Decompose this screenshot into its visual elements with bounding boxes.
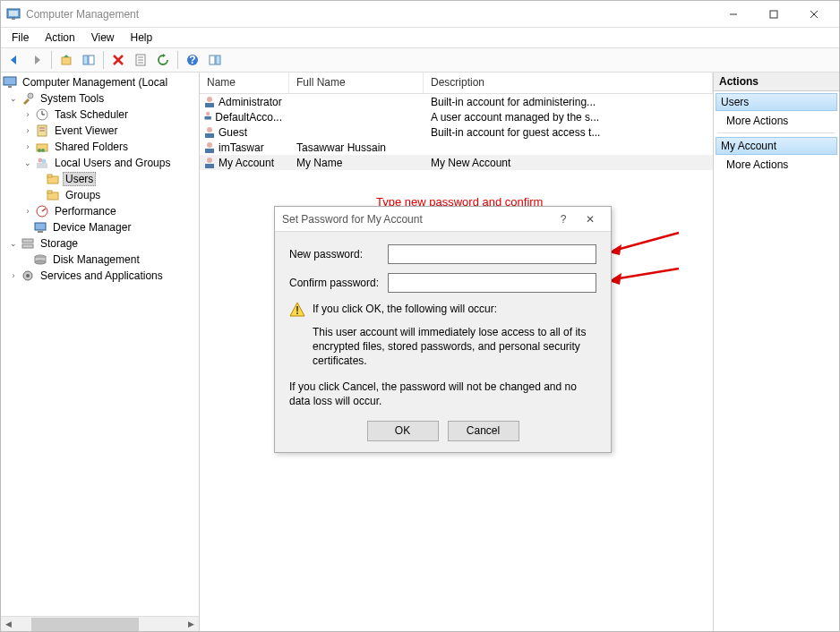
back-button[interactable] <box>4 50 24 70</box>
delete-button[interactable] <box>108 50 128 70</box>
tree-pane[interactable]: Computer Management (Local ⌄ System Tool… <box>1 73 200 631</box>
menu-action[interactable]: Action <box>38 30 81 46</box>
user-icon <box>203 111 212 124</box>
col-description[interactable]: Description <box>424 73 713 93</box>
tree-local-users-groups[interactable]: ⌄ Local Users and Groups <box>1 155 199 171</box>
tree-users[interactable]: Users <box>1 171 199 187</box>
svg-rect-55 <box>205 133 214 138</box>
cancel-button[interactable]: Cancel <box>448 421 519 441</box>
services-icon <box>21 269 35 283</box>
svg-point-22 <box>28 93 33 98</box>
tree-services-applications[interactable]: › Services and Applications <box>1 268 199 284</box>
user-icon <box>203 126 216 139</box>
svg-rect-18 <box>210 56 215 64</box>
cell-fullname: Tasawwar Hussain <box>296 141 386 154</box>
up-button[interactable] <box>56 50 76 70</box>
horizontal-scrollbar[interactable]: ◀ ▶ <box>1 616 199 631</box>
expand-icon[interactable]: › <box>8 270 19 281</box>
tree-event-viewer[interactable]: › Event Viewer <box>1 123 199 139</box>
list-row[interactable]: DefaultAcco...A user account managed by … <box>200 109 713 124</box>
tree-groups[interactable]: Groups <box>1 187 199 203</box>
collapse-icon[interactable]: ⌄ <box>8 238 19 249</box>
cell-name: Administrator <box>219 96 282 108</box>
list-header: Name Full Name Description <box>200 73 713 94</box>
dialog-help-button[interactable]: ? <box>550 213 577 226</box>
tree-system-tools[interactable]: ⌄ System Tools <box>1 90 199 107</box>
tree-label: Device Manager <box>50 220 133 235</box>
menu-file[interactable]: File <box>4 30 36 46</box>
svg-rect-59 <box>205 164 214 168</box>
expand-icon[interactable]: › <box>22 109 33 120</box>
refresh-button[interactable] <box>153 50 173 70</box>
svg-rect-51 <box>205 103 214 107</box>
tree-performance[interactable]: › Performance <box>1 203 199 219</box>
menu-help[interactable]: Help <box>124 30 160 46</box>
scroll-thumb[interactable] <box>31 618 139 631</box>
cell-name: Guest <box>219 126 247 139</box>
scroll-left-icon[interactable]: ◀ <box>1 617 16 632</box>
more-actions-myaccount[interactable]: More Actions <box>714 155 839 175</box>
list-row[interactable]: My AccountMy NameMy New Account <box>200 155 713 170</box>
svg-rect-36 <box>47 175 52 177</box>
tree-root[interactable]: Computer Management (Local <box>1 74 199 90</box>
folder-icon <box>46 188 60 202</box>
confirm-password-input[interactable] <box>388 273 596 293</box>
tree-device-manager[interactable]: Device Manager <box>1 219 199 235</box>
device-manager-icon <box>33 220 47 235</box>
tree-task-scheduler[interactable]: › Task Scheduler <box>1 107 199 123</box>
svg-point-33 <box>42 159 47 164</box>
col-fullname[interactable]: Full Name <box>289 73 424 93</box>
col-name[interactable]: Name <box>200 73 289 93</box>
titlebar: Computer Management <box>1 1 839 28</box>
menu-view[interactable]: View <box>84 30 122 46</box>
forward-button[interactable] <box>27 50 47 70</box>
expand-icon[interactable]: › <box>22 141 33 152</box>
show-hide-tree-button[interactable] <box>79 50 99 70</box>
show-hide-action-pane-button[interactable] <box>205 50 225 70</box>
app-icon <box>6 7 21 21</box>
properties-button[interactable] <box>131 50 150 70</box>
collapse-icon[interactable]: ⌄ <box>8 93 19 104</box>
actions-section-myaccount[interactable]: My Account <box>716 137 837 155</box>
folder-icon <box>46 172 60 186</box>
more-actions-users[interactable]: More Actions <box>714 111 839 131</box>
tree-label: Local Users and Groups <box>52 156 173 170</box>
cancel-note: If you click Cancel, the password will n… <box>289 380 596 408</box>
user-icon <box>203 157 216 169</box>
dialog-titlebar: Set Password for My Account ? ✕ <box>275 207 611 232</box>
tree-label: Event Viewer <box>52 124 120 138</box>
new-password-input[interactable] <box>388 244 596 264</box>
tree-label: Computer Management (Local <box>20 75 170 90</box>
actions-section-users[interactable]: Users <box>716 93 837 111</box>
user-icon <box>203 141 216 154</box>
help-button[interactable]: ? <box>183 50 202 70</box>
svg-rect-38 <box>47 191 52 193</box>
expand-icon[interactable]: › <box>22 125 33 136</box>
tree-storage[interactable]: ⌄ Storage <box>1 235 199 252</box>
collapse-icon[interactable]: ⌄ <box>22 158 33 168</box>
list-row[interactable]: AdministratorBuilt-in account for admini… <box>200 94 713 109</box>
dialog-close-button[interactable]: ✕ <box>577 213 604 226</box>
close-button[interactable] <box>793 2 834 27</box>
tree-disk-management[interactable]: Disk Management <box>1 252 199 268</box>
warning-detail: This user account will immediately lose … <box>313 325 596 369</box>
svg-rect-7 <box>62 57 71 64</box>
list-row[interactable]: GuestBuilt-in account for guest access t… <box>200 124 713 140</box>
scroll-right-icon[interactable]: ▶ <box>184 617 199 632</box>
expand-icon[interactable]: › <box>22 206 33 217</box>
tree-shared-folders[interactable]: › Shared Folders <box>1 139 199 155</box>
maximize-button[interactable] <box>753 2 793 27</box>
ok-button[interactable]: OK <box>367 421 439 441</box>
warning-heading: If you click OK, the following will occu… <box>313 302 497 318</box>
svg-rect-21 <box>8 86 12 88</box>
svg-rect-8 <box>83 56 88 64</box>
svg-rect-42 <box>38 231 43 233</box>
window-title: Computer Management <box>26 8 713 21</box>
svg-point-58 <box>207 158 212 163</box>
svg-rect-53 <box>204 115 210 119</box>
list-row[interactable]: imTaswarTasawwar Hussain <box>200 140 713 155</box>
tree-label: Performance <box>52 204 119 218</box>
svg-text:?: ? <box>189 54 195 66</box>
user-icon <box>203 96 216 108</box>
minimize-button[interactable] <box>713 2 753 27</box>
